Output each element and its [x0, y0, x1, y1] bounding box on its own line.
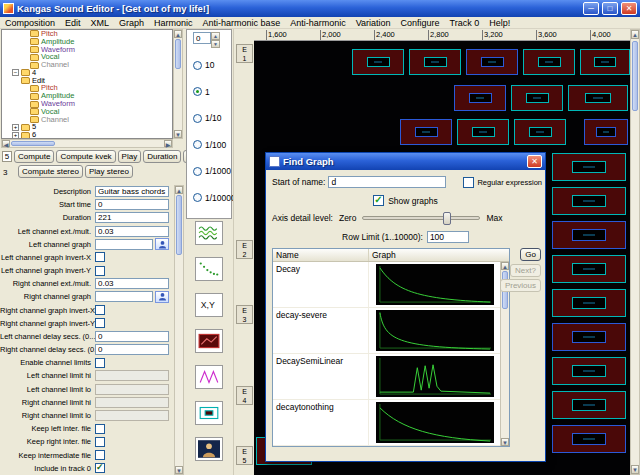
- tree-item-pitch[interactable]: Pitch: [2, 30, 172, 38]
- row-marker-4[interactable]: E4: [236, 386, 253, 405]
- show-graphs-checkbox[interactable]: [373, 195, 384, 206]
- menu-item-anti-harmonic-base[interactable]: Anti-harmonic base: [198, 18, 286, 28]
- tree-item-5[interactable]: +5: [2, 124, 172, 132]
- unit-option-10[interactable]: 10: [187, 52, 231, 79]
- checkbox-keep-left-inter-file[interactable]: [95, 424, 105, 434]
- checkbox-include-in-track-0[interactable]: [95, 463, 105, 473]
- row-marker-2[interactable]: E2: [236, 240, 253, 259]
- spinner-up-icon[interactable]: ▲: [211, 32, 220, 40]
- scroll-up-icon[interactable]: ▲: [501, 262, 509, 270]
- name-column-header[interactable]: Name: [273, 249, 369, 261]
- button-play-stereo[interactable]: Play stereo: [85, 165, 133, 178]
- tree-item-vocal[interactable]: Vocal: [2, 53, 172, 61]
- tree-item-amplitude[interactable]: Amplitude: [2, 38, 172, 46]
- go-button[interactable]: Go: [520, 248, 541, 261]
- checkbox-left-channel-graph-invert-y[interactable]: [95, 266, 105, 276]
- menu-item-anti-harmonic[interactable]: Anti-harmonic: [285, 18, 351, 28]
- unit-option-1-10[interactable]: 1/10: [187, 105, 231, 132]
- regular-expression-checkbox[interactable]: [463, 177, 474, 188]
- unit-option-1-1000[interactable]: 1/1000: [187, 158, 231, 185]
- input-left-channel-delay-secs-0[interactable]: [95, 331, 169, 342]
- scroll-up-icon[interactable]: ▲: [175, 186, 183, 194]
- slider-thumb[interactable]: [443, 212, 451, 225]
- magenta-graph-icon[interactable]: [195, 365, 223, 389]
- unit-spinner-input[interactable]: [193, 32, 211, 44]
- checkbox-left-channel-graph-invert-x[interactable]: [95, 252, 105, 262]
- graph-picker-button[interactable]: [155, 238, 169, 250]
- input-right-channel-delay-secs-0[interactable]: [95, 344, 169, 355]
- unit-option-1-100[interactable]: 1/100: [187, 132, 231, 159]
- scrollbar-thumb[interactable]: [11, 141, 55, 146]
- scroll-right-icon[interactable]: ▶: [164, 140, 172, 147]
- menu-item-graph[interactable]: Graph: [114, 18, 149, 28]
- menu-item-configure[interactable]: Configure: [396, 18, 445, 28]
- dotted-curve-icon[interactable]: [195, 257, 223, 281]
- form-vertical-scrollbar[interactable]: ▲ ▼: [174, 185, 184, 475]
- person-icon[interactable]: [195, 437, 223, 461]
- checkbox-right-channel-graph-invert-y[interactable]: [95, 318, 105, 328]
- tree-item-pitch[interactable]: Pitch: [2, 85, 172, 93]
- scroll-down-icon[interactable]: ▼: [501, 438, 509, 446]
- scrollbar-thumb[interactable]: [175, 39, 181, 69]
- tree-item-waveform[interactable]: Waveform: [2, 46, 172, 54]
- button-compute-kvek[interactable]: Compute kvek: [56, 150, 115, 163]
- next-button[interactable]: Next?: [510, 264, 541, 277]
- tree-item-channel[interactable]: Channel: [2, 116, 172, 124]
- title-bar[interactable]: Kangas Sound Editor - [Get out of my lif…: [0, 0, 640, 17]
- minimize-button[interactable]: ─: [583, 2, 599, 15]
- input-left-channel-ext-mult[interactable]: [95, 226, 169, 237]
- button-play[interactable]: Play: [118, 150, 142, 163]
- row-marker-3[interactable]: E3: [236, 305, 253, 324]
- tree-item-6[interactable]: +6: [2, 131, 172, 139]
- cyan-blocks-icon[interactable]: [195, 401, 223, 425]
- input-duration[interactable]: [95, 212, 169, 223]
- spinner-down-icon[interactable]: ▼: [211, 40, 220, 48]
- graph-result-row-decaysemilinear[interactable]: DecaySemiLinear: [273, 354, 500, 400]
- waveform-lines-icon[interactable]: [195, 221, 223, 245]
- graph-result-row-decay-severe[interactable]: decay-severe: [273, 308, 500, 354]
- row-marker-5[interactable]: E5: [236, 446, 253, 465]
- unit-option-1[interactable]: 1: [187, 79, 231, 106]
- scroll-left-icon[interactable]: ◀: [2, 140, 10, 147]
- scroll-down-icon[interactable]: ▼: [631, 465, 639, 474]
- button-compute-stereo[interactable]: Compute stereo: [18, 165, 83, 178]
- menu-item-xml[interactable]: XML: [86, 18, 115, 28]
- xy-axes-icon[interactable]: X,Y: [195, 293, 223, 317]
- scrollbar-thumb[interactable]: [632, 41, 638, 111]
- input-start-time[interactable]: [95, 199, 169, 210]
- menu-item-composition[interactable]: Composition: [0, 18, 60, 28]
- previous-button[interactable]: Previous: [500, 279, 541, 292]
- dialog-close-button[interactable]: ✕: [527, 155, 542, 168]
- axis-detail-slider[interactable]: [362, 216, 480, 220]
- graph-picker-button[interactable]: [155, 291, 169, 303]
- input-left-channel-graph[interactable]: [95, 239, 153, 250]
- tree-expand-icon[interactable]: +: [12, 124, 19, 131]
- menu-item-variation[interactable]: Variation: [351, 18, 396, 28]
- tree-item-channel[interactable]: Channel: [2, 61, 172, 69]
- menu-item-edit[interactable]: Edit: [60, 18, 86, 28]
- tree-expand-icon[interactable]: −: [12, 69, 19, 76]
- button-compute[interactable]: Compute: [14, 150, 54, 163]
- canvas-vertical-scrollbar[interactable]: ▲ ▼: [630, 29, 640, 475]
- scroll-down-icon[interactable]: ▼: [175, 466, 183, 474]
- row-limit-input[interactable]: [427, 231, 469, 243]
- menu-item-harmonic[interactable]: Harmonic: [149, 18, 198, 28]
- red-graph-icon[interactable]: [195, 329, 223, 353]
- tree-item-amplitude[interactable]: Amplitude: [2, 92, 172, 100]
- checkbox-keep-right-inter-file[interactable]: [95, 437, 105, 447]
- scrollbar-thumb[interactable]: [176, 195, 182, 255]
- menu-item-track-0[interactable]: Track 0: [445, 18, 485, 28]
- tree-item-waveform[interactable]: Waveform: [2, 100, 172, 108]
- tree-vertical-scrollbar[interactable]: ▲ ▼: [173, 29, 183, 139]
- tree-item-4[interactable]: −4: [2, 69, 172, 77]
- scroll-up-icon[interactable]: ▲: [631, 30, 639, 39]
- tree-item-edit[interactable]: Edit: [2, 77, 172, 85]
- start-of-name-input[interactable]: [328, 176, 446, 188]
- maximize-button[interactable]: □: [602, 2, 618, 15]
- input-right-channel-ext-mult[interactable]: [95, 278, 169, 289]
- scroll-down-icon[interactable]: ▼: [174, 130, 182, 138]
- checkbox-keep-intermediate-file[interactable]: [95, 450, 105, 460]
- checkbox-right-channel-graph-invert-x[interactable]: [95, 305, 105, 315]
- close-button[interactable]: ✕: [621, 2, 637, 15]
- tree-item-vocal[interactable]: Vocal: [2, 108, 172, 116]
